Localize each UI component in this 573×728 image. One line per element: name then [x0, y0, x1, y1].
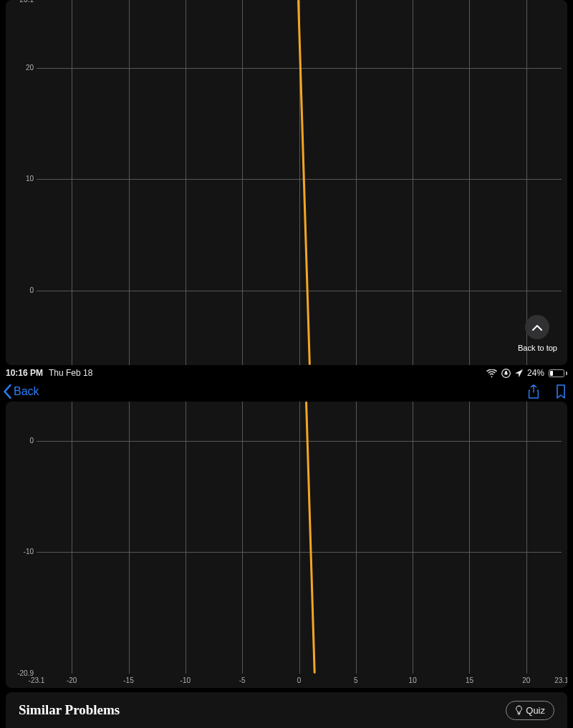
x-tick-label: 20	[518, 676, 535, 684]
back-button[interactable]: Back	[3, 384, 39, 399]
x-tick-label: -5	[233, 676, 251, 684]
x-tick-label: 0	[291, 676, 308, 684]
share-icon[interactable]	[527, 384, 540, 399]
quiz-button[interactable]: Quiz	[506, 701, 554, 720]
chart-plot-area-bottom: 0-10-20.9-23.1-20-15-10-50510152023.1	[37, 402, 562, 674]
orientation-lock-icon	[501, 369, 511, 378]
bulb-icon	[515, 705, 523, 715]
x-tick-label: 10	[404, 676, 421, 684]
y-tick-label: 20	[26, 64, 34, 72]
status-bar: 10:16 PM Thu Feb 18 24%	[0, 365, 573, 381]
chart-panel-bottom[interactable]: 0-10-20.9-23.1-20-15-10-50510152023.1	[6, 402, 567, 688]
similar-problems-bar: Similar Problems Quiz	[6, 692, 567, 728]
y-tick-label: 0	[29, 286, 34, 294]
x-tick-label: -15	[120, 676, 138, 684]
y-tick-label: 10	[26, 175, 34, 183]
status-time: 10:16 PM	[6, 368, 43, 378]
x-tick-label: 5	[347, 676, 365, 684]
similar-problems-title: Similar Problems	[19, 702, 120, 718]
chevron-left-icon	[3, 384, 12, 399]
status-date: Thu Feb 18	[49, 368, 92, 378]
y-tick-label: 0	[29, 437, 34, 445]
back-to-top-button[interactable]	[525, 315, 549, 339]
y-tick-label: 26.1	[20, 0, 34, 4]
back-button-label: Back	[14, 385, 39, 398]
y-tick-label: -10	[24, 548, 34, 555]
x-tick-label: 23.1	[553, 676, 567, 684]
battery-icon	[549, 369, 567, 377]
location-icon	[515, 369, 523, 377]
x-tick-label: -10	[177, 676, 194, 684]
chart-panel-top[interactable]: 26.120100	[6, 0, 567, 365]
back-to-top: Back to top	[518, 315, 557, 352]
status-nav-strip: 10:16 PM Thu Feb 18 24% Back	[0, 365, 573, 402]
chevron-up-icon	[532, 324, 542, 331]
back-to-top-label: Back to top	[518, 344, 557, 352]
x-tick-label: 15	[461, 676, 478, 684]
x-tick-label: -23.1	[28, 676, 45, 684]
chart-plot-area-top: 26.120100	[37, 0, 562, 365]
x-tick-label: -20	[63, 676, 80, 684]
bookmark-icon[interactable]	[554, 384, 567, 399]
quiz-button-label: Quiz	[526, 705, 545, 716]
chart-curve	[305, 402, 315, 674]
status-right-icons: 24%	[486, 368, 567, 378]
battery-percent: 24%	[527, 368, 544, 378]
nav-bar: Back	[0, 381, 573, 402]
wifi-icon	[486, 369, 497, 377]
